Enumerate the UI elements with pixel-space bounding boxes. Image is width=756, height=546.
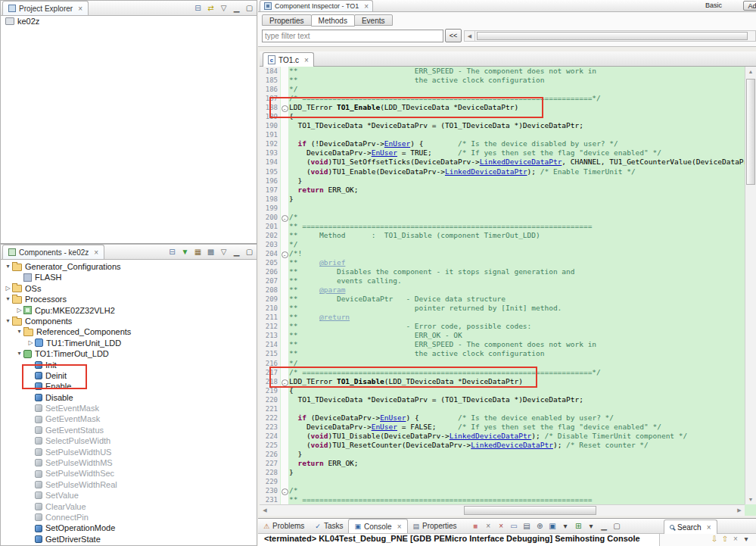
close-icon[interactable]: × xyxy=(364,2,369,11)
view-menu-icon[interactable]: ▽ xyxy=(218,3,229,14)
tree-item-tu1:timerunit_ldd[interactable]: ▷TU1:TimerUnit_LDD xyxy=(1,338,257,348)
terminate-icon[interactable]: ■ xyxy=(470,521,481,532)
tree-item-geteventstatus[interactable]: GetEventStatus xyxy=(1,425,257,435)
collapse-arrow-icon[interactable]: ▾ xyxy=(4,261,12,272)
console-output[interactable]: <terminated> KL04Test_Debug_PNE [GDB PEM… xyxy=(258,534,659,546)
code-editor[interactable]: 1841851861871881891901911921931941951961… xyxy=(260,67,756,516)
basic-mode-button[interactable]: Basic xyxy=(702,1,726,11)
tree-item-setpulsewidthus[interactable]: SetPulseWidthUS xyxy=(1,447,257,457)
minimize-icon[interactable]: ▁ xyxy=(231,247,242,257)
tree-item-getdriverstate[interactable]: GetDriverState xyxy=(1,534,257,544)
tree-item-ke02z[interactable]: ke02z xyxy=(1,16,257,27)
tree-item-setpulsewidthsec[interactable]: SetPulseWidthSec xyxy=(1,468,257,479)
package-icon[interactable]: ▦ xyxy=(192,247,204,257)
collapse-all-icon[interactable]: ⊟ xyxy=(192,3,204,14)
scroll-up-icon[interactable]: ▲ xyxy=(745,67,756,76)
tab-properties[interactable]: ▤Properties xyxy=(408,519,462,533)
link-with-editor-icon[interactable]: ⇄ xyxy=(205,3,216,14)
filter-input[interactable] xyxy=(262,30,443,42)
expand-arrow-icon[interactable]: ▷ xyxy=(4,283,12,294)
collapse-fold-icon[interactable]: - xyxy=(282,488,288,495)
tab-problems[interactable]: ⚠Problems xyxy=(258,519,310,533)
remove-all-launches-icon[interactable]: × xyxy=(496,521,507,532)
scrollbar-thumb[interactable] xyxy=(746,79,755,185)
horizontal-scrollbar[interactable]: ◀ ▶ xyxy=(260,504,745,516)
display-console-menu-icon[interactable]: ▾ xyxy=(560,521,571,532)
tab-components[interactable]: Components - ke02z × xyxy=(2,245,104,259)
open-console-menu-icon[interactable]: ▾ xyxy=(586,521,597,532)
advanced-mode-button[interactable]: Adva xyxy=(743,1,756,11)
scroll-left-icon[interactable]: ◀ xyxy=(260,505,270,516)
tree-item-disable[interactable]: Disable xyxy=(1,392,257,403)
scrollbar-thumb[interactable] xyxy=(464,506,596,515)
package-explorer-icon[interactable]: ▩ xyxy=(205,247,216,257)
tree-item-to1:timerout_ldd[interactable]: ▾TO1:TimerOut_LDD xyxy=(1,348,257,359)
search-next-icon[interactable]: ⇩ xyxy=(709,534,720,544)
expand-arrow-icon[interactable]: ▷ xyxy=(15,305,23,316)
collapse-fold-icon[interactable]: - xyxy=(282,215,288,222)
clear-console-icon[interactable]: ▭ xyxy=(509,521,520,532)
scroll-down-icon[interactable]: ▼ xyxy=(745,495,756,504)
filter-icon[interactable]: ▼ xyxy=(179,247,191,257)
view-menu-icon[interactable]: ▽ xyxy=(218,247,229,257)
cancel-search-icon[interactable]: × xyxy=(730,534,741,544)
tree-item-components[interactable]: ▾Components xyxy=(1,316,257,326)
tree-item-referenced_components[interactable]: ▾Referenced_Components xyxy=(1,326,257,337)
collapse-fold-icon[interactable]: - xyxy=(282,251,288,258)
tree-item-setvalue[interactable]: SetValue xyxy=(1,490,257,501)
tab-project-explorer[interactable]: Project Explorer × xyxy=(2,1,89,15)
tree-item-clearvalue[interactable]: ClearValue xyxy=(1,501,257,512)
tab-component-inspector[interactable]: Component Inspector - TO1 × xyxy=(260,0,373,11)
collapse-arrow-icon[interactable]: ▾ xyxy=(15,348,23,359)
minimize-icon[interactable]: ▁ xyxy=(599,521,610,532)
code-content[interactable]: ** ERR_SPEED - The component does not wo… xyxy=(289,67,745,504)
tree-item-selectpulsewidth[interactable]: SelectPulseWidth xyxy=(1,435,257,446)
tab-console[interactable]: ▣Console× xyxy=(348,519,407,533)
close-icon[interactable]: × xyxy=(397,523,402,531)
tree-item-setoperationmode[interactable]: SetOperationMode xyxy=(1,523,257,533)
close-icon[interactable]: × xyxy=(78,5,82,13)
tab-methods[interactable]: Methods xyxy=(311,14,355,27)
close-icon[interactable]: × xyxy=(94,248,98,257)
minimize-icon[interactable]: ▁ xyxy=(231,3,242,14)
tab-events[interactable]: Events xyxy=(354,14,393,26)
close-icon[interactable]: × xyxy=(707,523,711,532)
search-prev-icon[interactable]: ⇧ xyxy=(720,534,730,544)
scroll-left-icon[interactable]: ◀ xyxy=(465,31,475,41)
tab-tasks[interactable]: ✓Tasks xyxy=(310,519,348,533)
search-menu-icon[interactable]: ▾ xyxy=(741,534,751,544)
scroll-right-icon[interactable]: ▶ xyxy=(734,505,745,516)
line-number-ruler[interactable]: 1841851861871881891901911921931941951961… xyxy=(260,67,280,504)
tab-to1c[interactable]: c TO1.c × xyxy=(263,52,314,67)
maximize-icon[interactable]: ▢ xyxy=(611,521,623,532)
pin-console-icon[interactable]: ⊕ xyxy=(534,521,546,532)
inspector-horizontal-scrollbar[interactable]: ◀ xyxy=(464,30,756,42)
display-console-icon[interactable]: ▣ xyxy=(547,521,558,532)
tab-search[interactable]: Search × xyxy=(664,519,717,534)
collapse-arrow-icon[interactable]: ▾ xyxy=(4,294,12,304)
tab-properties[interactable]: Properties xyxy=(262,14,312,26)
tree-item-geteventmask[interactable]: GetEventMask xyxy=(1,413,257,424)
scrollbar-thumb[interactable] xyxy=(477,32,748,40)
tree-item-connectpin[interactable]: ConnectPin xyxy=(1,512,257,523)
tree-item-cpu:mke02z32vlh2[interactable]: ▷Cpu:MKE02Z32VLH2 xyxy=(1,305,257,316)
collapse-arrow-icon[interactable]: ▾ xyxy=(15,326,23,337)
collapse-arrow-icon[interactable]: ▾ xyxy=(4,316,12,326)
tree-item-generator_configurations[interactable]: ▾Generator_Configurations xyxy=(1,261,257,272)
maximize-icon[interactable]: ▢ xyxy=(244,247,255,257)
tree-item-oss[interactable]: ▷OSs xyxy=(1,283,257,294)
tree-item-setpulsewidthreal[interactable]: SetPulseWidthReal xyxy=(1,479,257,490)
tree-item-setpulsewidthms[interactable]: SetPulseWidthMS xyxy=(1,457,257,468)
tree-item-processors[interactable]: ▾Processors xyxy=(1,294,257,304)
collapse-filter-button[interactable]: << xyxy=(445,29,462,42)
tree-item-seteventmask[interactable]: SetEventMask xyxy=(1,403,257,413)
remove-launch-icon[interactable]: × xyxy=(483,521,494,532)
collapse-all-icon[interactable]: ⊟ xyxy=(166,247,178,257)
expand-arrow-icon[interactable]: ▷ xyxy=(26,338,35,348)
tree-item-flash[interactable]: FLASH xyxy=(1,272,257,282)
scroll-lock-icon[interactable]: ▤ xyxy=(521,521,533,532)
open-console-icon[interactable]: ⊞ xyxy=(573,521,584,532)
vertical-scrollbar[interactable]: ▲ ▼ xyxy=(745,67,756,504)
maximize-icon[interactable]: ▢ xyxy=(244,3,255,14)
close-icon[interactable]: × xyxy=(304,56,309,64)
